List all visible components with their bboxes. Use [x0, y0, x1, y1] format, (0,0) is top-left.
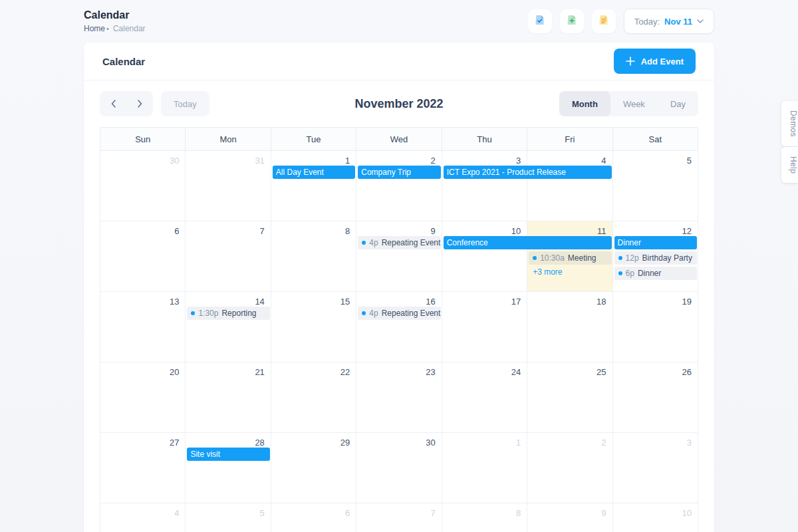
event-bar[interactable]: All Day Event: [273, 166, 355, 179]
chevron-right-icon: [138, 100, 142, 108]
event-dot-icon: [533, 256, 537, 260]
event-bar[interactable]: Conference: [444, 236, 612, 249]
calendar-toolbar: Today November 2022 Month Week Day: [100, 91, 698, 116]
event-dot[interactable]: 1:30pReporting: [187, 307, 269, 320]
week-row: 20212223242526: [100, 362, 698, 433]
events-layer: 4pRepeating EventConference10:30aMeeting…: [100, 221, 698, 292]
week-row: 67891011124pRepeating EventConference10:…: [100, 221, 698, 292]
side-tab-demos[interactable]: Demos: [781, 101, 798, 146]
card-header: Calendar Add Event: [84, 43, 714, 80]
calendar-grid: SunMonTueWedThuFriSat 303112345All Day E…: [100, 127, 698, 532]
weekday-header: Thu: [442, 128, 527, 151]
side-tab-help[interactable]: Help: [781, 147, 798, 183]
weekday-header: Fri: [527, 128, 612, 151]
date-dropdown-label: Today:: [634, 17, 660, 27]
event-dot-icon: [618, 256, 622, 260]
page-title: Calendar: [84, 9, 146, 21]
breadcrumb-current: Calendar: [113, 24, 146, 33]
event-title: Dinner: [638, 269, 661, 278]
tab-week[interactable]: Week: [610, 91, 658, 116]
event-dot-icon: [362, 241, 366, 245]
weekday-header-row: SunMonTueWedThuFriSat: [100, 128, 698, 151]
week-row: 45678910: [100, 503, 698, 532]
weekday-header: Sun: [100, 128, 186, 151]
weekday-header: Mon: [186, 128, 271, 151]
events-layer: Site visit: [100, 433, 698, 503]
event-time: 10:30a: [540, 253, 565, 263]
report-file-button[interactable]: [592, 9, 616, 33]
event-title: Repeating Event: [382, 238, 441, 247]
event-time: 1:30p: [198, 309, 218, 318]
page-header: Calendar Home • Calendar: [84, 0, 714, 43]
today-button[interactable]: Today: [161, 91, 209, 116]
card-title: Calendar: [102, 56, 145, 67]
event-title: Reporting: [221, 309, 256, 318]
breadcrumb: Home • Calendar: [84, 24, 146, 33]
report-file-icon: [598, 14, 610, 29]
page-title-block: Calendar Home • Calendar: [84, 9, 146, 33]
breadcrumb-separator: •: [106, 25, 109, 33]
calendar-weeks: 303112345All Day EventCompany TripICT Ex…: [100, 151, 698, 532]
event-time: 6p: [626, 269, 634, 278]
calendar-card: Calendar Add Event: [84, 43, 714, 532]
event-title: Meeting: [568, 253, 597, 263]
prev-month-button[interactable]: [100, 91, 126, 116]
chevron-left-icon: [111, 100, 116, 108]
event-bar[interactable]: ICT Expo 2021 - Product Release: [444, 166, 612, 179]
breadcrumb-home[interactable]: Home: [84, 24, 105, 33]
header-actions: Today: Nov 11: [528, 9, 714, 34]
event-bar[interactable]: Company Trip: [358, 166, 440, 179]
chevron-down-icon: [697, 19, 704, 23]
event-dot[interactable]: 4pRepeating Event: [358, 236, 440, 249]
event-bar[interactable]: Site visit: [187, 448, 269, 461]
event-dot[interactable]: 6pDinner: [614, 267, 697, 280]
weekday-header: Tue: [271, 128, 356, 151]
add-file-button[interactable]: [560, 9, 584, 33]
calendar-nav-group: [100, 91, 153, 116]
event-title: Birthday Party: [642, 253, 692, 263]
date-dropdown-value: Nov 11: [664, 17, 692, 27]
plus-icon: [626, 57, 635, 66]
card-body: Today November 2022 Month Week Day SunMo…: [84, 80, 714, 532]
add-event-label: Add Event: [641, 57, 684, 66]
events-layer: 1:30pReporting4pRepeating Event: [100, 292, 698, 362]
event-dot[interactable]: 4pRepeating Event: [358, 307, 440, 320]
view-switcher: Month Week Day: [559, 91, 698, 116]
check-file-button[interactable]: [528, 9, 552, 33]
more-events-link[interactable]: +3 more: [529, 267, 611, 277]
week-row: 27282930123Site visit: [100, 433, 698, 503]
event-dot-icon: [362, 311, 366, 315]
event-time: 12p: [626, 253, 639, 263]
events-layer: All Day EventCompany TripICT Expo 2021 -…: [100, 151, 698, 221]
week-row: 131415161718191:30pReporting4pRepeating …: [100, 292, 698, 362]
event-time: 4p: [369, 309, 378, 318]
weekday-header: Sat: [613, 128, 698, 151]
events-layer: [100, 503, 698, 532]
week-row: 303112345All Day EventCompany TripICT Ex…: [100, 151, 698, 221]
event-dot[interactable]: 10:30aMeeting: [529, 251, 611, 265]
next-month-button[interactable]: [126, 91, 153, 116]
add-file-icon: [566, 14, 578, 29]
date-dropdown[interactable]: Today: Nov 11: [624, 9, 714, 34]
calendar-month-title: November 2022: [354, 97, 443, 111]
event-dot[interactable]: 12pBirthday Party: [614, 251, 697, 265]
tab-month[interactable]: Month: [559, 91, 610, 116]
events-layer: [100, 362, 698, 433]
check-file-icon: [534, 14, 546, 29]
weekday-header: Wed: [356, 128, 442, 151]
tab-day[interactable]: Day: [658, 91, 698, 116]
add-event-button[interactable]: Add Event: [614, 49, 696, 74]
event-dot-icon: [618, 271, 622, 275]
event-title: Repeating Event: [382, 309, 441, 318]
event-time: 4p: [369, 238, 378, 247]
event-dot-icon: [191, 311, 195, 315]
event-bar[interactable]: Dinner: [614, 236, 697, 249]
